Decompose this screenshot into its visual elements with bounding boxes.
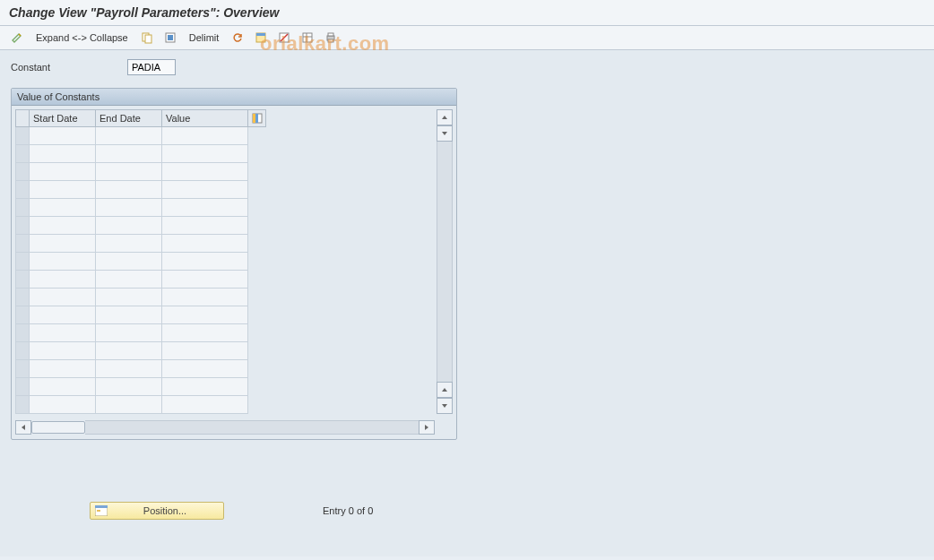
table-cell[interactable] [30,163,96,181]
table-cell[interactable] [96,324,162,342]
deselect-all-icon[interactable] [274,30,294,46]
table-cell[interactable] [96,253,162,271]
table-cell[interactable] [162,145,248,163]
table-cell[interactable] [30,271,96,289]
row-selector[interactable] [15,396,30,414]
svg-rect-13 [328,39,333,42]
select-all-icon[interactable] [160,30,180,46]
table-cell[interactable] [96,271,162,289]
scroll-up-icon[interactable] [437,109,453,125]
table-cell[interactable] [30,289,96,306]
row-selector[interactable] [15,289,30,306]
row-selector[interactable] [15,235,30,253]
constant-input[interactable] [127,59,176,75]
row-selector[interactable] [15,378,30,396]
expand-collapse-button[interactable]: Expand <-> Collapse [30,32,134,43]
table-cell[interactable] [96,360,162,378]
table-cell[interactable] [162,378,248,396]
vertical-scrollbar[interactable] [437,109,453,414]
delimit-button[interactable]: Delimit [184,32,225,43]
table-cell[interactable] [96,199,162,217]
row-selector[interactable] [15,306,30,324]
table-cell[interactable] [162,396,248,414]
print-icon[interactable] [321,30,341,46]
horizontal-scrollbar[interactable] [15,419,453,435]
position-button-label: Position... [114,505,216,516]
table-cell[interactable] [162,127,248,145]
position-button[interactable]: Position... [90,502,224,520]
table-cell[interactable] [162,289,248,306]
table-cell[interactable] [96,145,162,163]
row-selector[interactable] [15,217,30,235]
row-selector[interactable] [15,324,30,342]
table-cell[interactable] [30,253,96,271]
row-selector[interactable] [15,360,30,378]
table-cell[interactable] [162,324,248,342]
table-cell[interactable] [96,342,162,360]
scroll-left-icon[interactable] [15,420,31,435]
table-cell[interactable] [30,217,96,235]
scroll-up-small-icon[interactable] [437,382,453,398]
table-cell[interactable] [162,199,248,217]
undo-change-icon[interactable] [228,30,247,46]
table-cell[interactable] [162,217,248,235]
table-cell[interactable] [30,396,96,414]
table-cell[interactable] [96,127,162,145]
table-cell[interactable] [30,324,96,342]
table-settings-icon[interactable] [298,30,317,46]
table-cell[interactable] [162,342,248,360]
row-selector[interactable] [15,271,30,289]
table-cell[interactable] [96,289,162,306]
table-cell[interactable] [96,217,162,235]
table-cell[interactable] [30,360,96,378]
entry-count-text: Entry 0 of 0 [323,505,373,516]
table-cell[interactable] [162,306,248,324]
table-cell[interactable] [162,181,248,199]
toggle-display-change-icon[interactable] [7,30,27,46]
table-cell[interactable] [96,163,162,181]
row-selector[interactable] [15,199,30,217]
scroll-thumb[interactable] [31,421,85,434]
row-selector[interactable] [15,163,30,181]
table-cell[interactable] [30,378,96,396]
column-header-start-date[interactable]: Start Date [30,109,96,127]
row-selector[interactable] [15,181,30,199]
row-selector[interactable] [15,127,30,145]
table-cell[interactable] [162,271,248,289]
svg-rect-1 [145,35,151,43]
configure-columns-icon[interactable] [248,109,266,127]
table-cell[interactable] [162,253,248,271]
table-row [15,145,435,163]
scroll-right-icon[interactable] [419,420,435,435]
select-block-icon[interactable] [251,30,271,46]
table-cell[interactable] [162,360,248,378]
table-cell[interactable] [30,127,96,145]
content-area: Constant Value of Constants Start Date E… [0,50,934,556]
column-header-value[interactable]: Value [162,109,248,127]
copy-icon[interactable] [137,30,157,46]
select-all-column-header[interactable] [15,109,30,127]
table-cell[interactable] [162,163,248,181]
table-cell[interactable] [96,235,162,253]
table-cell[interactable] [30,199,96,217]
table-cell[interactable] [30,306,96,324]
table-cell[interactable] [30,145,96,163]
svg-rect-8 [303,33,312,42]
table-row [15,127,435,145]
table-cell[interactable] [30,342,96,360]
table-cell[interactable] [96,306,162,324]
scroll-down-small-icon[interactable] [437,125,453,142]
table-cell[interactable] [96,181,162,199]
row-selector[interactable] [15,342,30,360]
table-row [15,306,435,324]
table-cell[interactable] [30,235,96,253]
scroll-down-icon[interactable] [437,398,453,414]
table-cell[interactable] [162,235,248,253]
table-cell[interactable] [96,396,162,414]
row-selector[interactable] [15,253,30,271]
column-header-end-date[interactable]: End Date [96,109,162,127]
table-cell[interactable] [30,181,96,199]
table-cell[interactable] [96,378,162,396]
row-selector[interactable] [15,145,30,163]
constant-label: Constant [11,62,127,73]
